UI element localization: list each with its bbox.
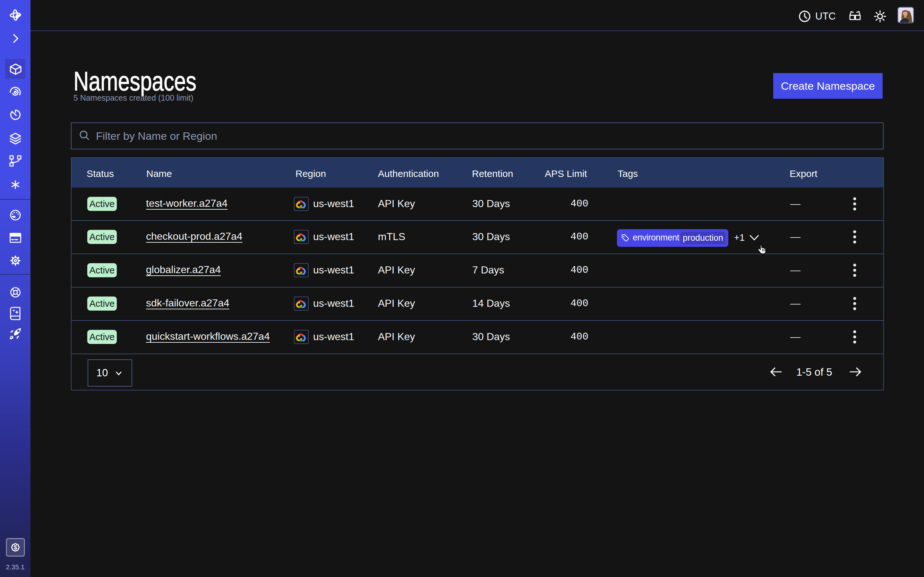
svg-text:$: $ <box>14 544 17 551</box>
